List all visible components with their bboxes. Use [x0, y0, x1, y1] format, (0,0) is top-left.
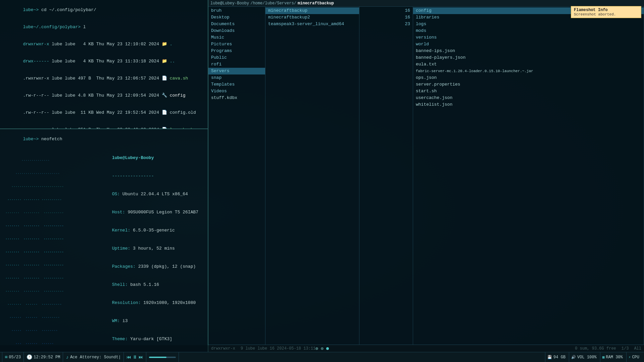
- list-item[interactable]: logs: [413, 21, 644, 28]
- notification-title: Flameshot Info: [574, 8, 638, 12]
- list-item: 23: [359, 21, 413, 28]
- neo-sep-line: ----------------: [81, 167, 208, 185]
- list-item[interactable]: usercache.json: [413, 95, 644, 101]
- neo-kernel: Kernel: 6.5.0-35-generic: [81, 221, 208, 240]
- term-line-8: .rwxrwxr-x lube lube 351 B Thu May 23 08…: [2, 121, 206, 129]
- list-item[interactable]: teamspeak3-server_linux_amd64: [265, 21, 359, 28]
- list-item[interactable]: snap: [208, 74, 265, 81]
- list-item[interactable]: Templates: [208, 81, 265, 88]
- sb-volume-slider-item[interactable]: [146, 352, 179, 362]
- list-item-minecraftbackup[interactable]: minecraftbackup: [265, 7, 359, 14]
- list-item[interactable]: mods: [413, 28, 644, 34]
- workspace-dot-1[interactable]: [315, 347, 318, 350]
- list-item[interactable]: Videos: [208, 88, 265, 95]
- list-item[interactable]: whitelist.json: [413, 101, 644, 108]
- sb-disk-item: 💾 94 GB: [545, 352, 567, 362]
- flameshot-notification: Flameshot Info Screenshot aborted.: [571, 6, 641, 18]
- list-item[interactable]: versions: [413, 34, 644, 41]
- workspace-dots: [315, 347, 329, 350]
- neo-resolution: Resolution: 1920x1080, 1920x1080: [81, 294, 208, 312]
- right-panel: lube@Lubey-Booby /home/lube/Servers/ min…: [208, 0, 644, 352]
- main-container: lube~> cd ~/.config/polybar/ lube~/.conf…: [0, 0, 644, 352]
- sb-workspace-num: 05/23: [9, 355, 21, 360]
- sb-disk-val: 94 GB: [553, 355, 565, 360]
- fm-col-2[interactable]: minecraftbackup minecraftbackup2 teamspe…: [265, 7, 359, 345]
- fm-col-3: 16 16 23: [359, 7, 413, 345]
- neo-logo: .............. ...................... ..…: [3, 149, 77, 352]
- sb-time: 12:29:52 PM: [34, 355, 60, 360]
- list-item: 16: [359, 14, 413, 21]
- sb-vol-val: VOL 100%: [577, 355, 597, 360]
- sb-cpu-val: CPU: [632, 355, 639, 360]
- prev-button[interactable]: ⏮: [127, 355, 131, 360]
- terminal-bottom[interactable]: lube~> neofetch .............. .........…: [0, 129, 208, 352]
- list-item-servers[interactable]: Servers: [208, 68, 265, 74]
- list-item[interactable]: Pictures: [208, 41, 265, 48]
- list-item[interactable]: banned-players.json: [413, 54, 644, 61]
- sb-right: 💾 94 GB 🔊 VOL 100% ▦ RAM 30% ⚡ CPU: [545, 352, 644, 362]
- statusbar: ⊞ 05/23 🕐 12:29:52 PM ♪ Ace Attorney: So…: [0, 352, 644, 362]
- list-item: 16: [359, 7, 413, 14]
- term-line-3: drwxrwxr-x lube lube 4 KB Thu May 23 12:…: [2, 36, 206, 53]
- sb-music-title: Ace Attorney: Soundt|: [70, 355, 121, 360]
- neo-user-line: lube@Lubey-Booby: [81, 149, 208, 167]
- volume-icon: 🔊: [571, 355, 576, 359]
- list-item[interactable]: Programs: [208, 48, 265, 54]
- list-item[interactable]: rofi: [208, 61, 265, 68]
- list-item[interactable]: start.sh: [413, 88, 644, 95]
- list-item[interactable]: stuff.kdbx: [208, 95, 265, 101]
- sb-music-item[interactable]: ♪ Ace Attorney: Soundt|: [63, 352, 124, 362]
- workspace-dot-3[interactable]: [326, 347, 329, 350]
- neo-shell: Shell: bash 5.1.16: [81, 276, 208, 294]
- sb-time-item: 🕐 12:29:52 PM: [24, 352, 63, 362]
- sb-controls-item[interactable]: ⏮ ⏸ ⏭: [124, 352, 146, 362]
- list-item[interactable]: banned-ips.json: [413, 48, 644, 54]
- list-item[interactable]: Desktop: [208, 14, 265, 21]
- neo-container: .............. ...................... ..…: [2, 148, 206, 352]
- breadcrumb-user: lube@Lubey-Booby: [210, 1, 249, 6]
- fm-content: bruh Desktop Documents Downloads Music P…: [208, 7, 644, 345]
- neo-uptime: Uptime: 3 hours, 52 mins: [81, 240, 208, 258]
- breadcrumb-path: /home/lube/Servers/: [250, 1, 296, 6]
- pause-button[interactable]: ⏸: [133, 355, 137, 360]
- list-item[interactable]: ops.json: [413, 74, 644, 81]
- neo-host: Host: 90SU000FUS Legion T5 26IAB7: [81, 203, 208, 221]
- notification-message: Screenshot aborted.: [574, 12, 638, 16]
- sb-ram-val: RAM 30%: [606, 355, 623, 360]
- sb-ram-item: ▦ RAM 30%: [600, 352, 625, 362]
- left-panel: lube~> cd ~/.config/polybar/ lube~/.conf…: [0, 0, 208, 352]
- volume-slider[interactable]: [149, 357, 176, 358]
- list-item[interactable]: bruh: [208, 7, 265, 14]
- list-item[interactable]: Public: [208, 54, 265, 61]
- term-line-6: .rw-r--r-- lube lube 4.8 KB Thu May 23 1…: [2, 87, 206, 104]
- workspace-dot-2[interactable]: [321, 347, 324, 350]
- term-line-5: .rwxrwxr-x lube lube 497 B Thu May 23 12…: [2, 70, 206, 87]
- list-item[interactable]: world: [413, 41, 644, 48]
- sb-vol-item[interactable]: 🔊 VOL 100%: [569, 352, 599, 362]
- next-button[interactable]: ⏭: [139, 355, 143, 360]
- list-item[interactable]: fabric-server-mc.1.20.4-loader.0.15.10-l…: [413, 68, 644, 74]
- term-line-2: lube~/.config/polybar> l: [2, 18, 206, 36]
- neo-info: lube@Lubey-Booby ---------------- OS: Ub…: [77, 149, 208, 352]
- clock-icon: 🕐: [27, 354, 32, 360]
- sb-workspace-icon: ⊞: [5, 355, 7, 360]
- term-line-4: drwx------ lube lube 4 KB Thu May 23 11:…: [2, 53, 206, 70]
- sb-left: ⊞ 05/23 🕐 12:29:52 PM ♪ Ace Attorney: So…: [0, 352, 545, 362]
- neo-os: OS: Ubuntu 22.04.4 LTS x86_64: [81, 185, 208, 203]
- list-item[interactable]: server.properties: [413, 81, 644, 88]
- list-item[interactable]: eula.txt: [413, 61, 644, 68]
- disk-icon: 💾: [547, 355, 552, 359]
- fm-col-4[interactable]: config libraries logs mods versions worl…: [413, 7, 644, 345]
- sb-workspace-item[interactable]: ⊞ 05/23: [2, 352, 24, 362]
- list-item[interactable]: Documents: [208, 21, 265, 28]
- fm-col-1[interactable]: bruh Desktop Documents Downloads Music P…: [208, 7, 265, 345]
- sb-cpu-item: ⚡ CPU: [626, 352, 641, 362]
- music-note-icon: ♪: [66, 355, 68, 360]
- term-line-1: lube~> cd ~/.config/polybar/: [2, 1, 206, 18]
- breadcrumb-current: minecraftbackup: [298, 1, 334, 6]
- neo-packages: Packages: 2339 (dpkg), 12 (snap): [81, 258, 208, 276]
- terminal-top[interactable]: lube~> cd ~/.config/polybar/ lube~/.conf…: [0, 0, 208, 129]
- list-item[interactable]: Music: [208, 34, 265, 41]
- list-item[interactable]: Downloads: [208, 28, 265, 34]
- list-item[interactable]: minecraftbackup2: [265, 14, 359, 21]
